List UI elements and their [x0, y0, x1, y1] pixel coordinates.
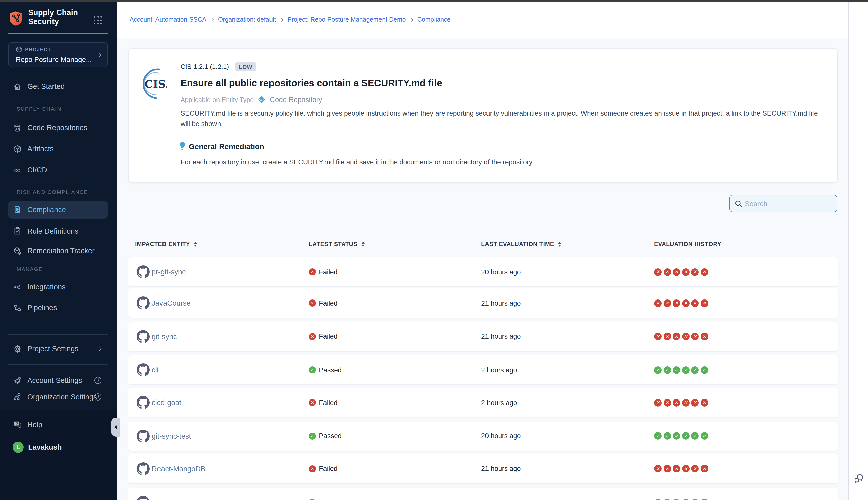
- sidebar-item-project-settings[interactable]: Project Settings: [8, 341, 108, 357]
- chevron-right-icon: [280, 18, 283, 22]
- entity-link[interactable]: React-MongoDB: [152, 465, 206, 473]
- breadcrumb-account[interactable]: Account: Automation-SSCA: [130, 16, 207, 23]
- history-fail-icon: [654, 333, 661, 340]
- module-switcher-grid-icon[interactable]: [94, 16, 103, 25]
- sidebar-item-label: Pipelines: [27, 304, 57, 311]
- remediation-box-icon: [13, 246, 22, 255]
- cis-benchmark-logo: CIS.: [140, 68, 167, 100]
- svg-text:?: ?: [15, 421, 18, 425]
- entity-link[interactable]: cli: [152, 366, 159, 374]
- history-pass-icon: [691, 432, 699, 440]
- user-avatar[interactable]: L: [13, 442, 24, 453]
- sidebar-collapse-handle[interactable]: [111, 418, 120, 437]
- compliance-document-icon: [13, 205, 22, 214]
- sidebar-item-help[interactable]: ? Help: [8, 417, 108, 433]
- failed-icon: [309, 465, 316, 472]
- entity-link[interactable]: git-sync-test: [152, 432, 191, 440]
- history-fail-icon: [691, 268, 699, 276]
- column-header-latest-status[interactable]: LATEST STATUS: [309, 240, 364, 248]
- history-fail-icon: [663, 268, 671, 276]
- column-header-label: EVALUATION HISTORY: [654, 241, 721, 247]
- app-viewport: Supply Chain Security PROJECT Repo Postu…: [0, 0, 868, 500]
- table-row[interactable]: Passed: [128, 488, 837, 500]
- status-cell: Passed: [309, 488, 342, 500]
- passed-icon: [309, 432, 316, 440]
- artifacts-cube-icon: [13, 144, 22, 153]
- entity-link[interactable]: cicd-goat: [152, 398, 181, 407]
- github-icon: [137, 462, 150, 475]
- applicable-entity-row: Applicable on Entity Type </> Code Repos…: [181, 95, 322, 103]
- table-row[interactable]: pr-git-sync Failed 20 hours ago: [128, 257, 837, 286]
- sidebar-item-compliance[interactable]: Compliance: [8, 200, 108, 219]
- info-icon[interactable]: i: [94, 393, 102, 400]
- project-selector[interactable]: PROJECT Repo Posture Manage...: [8, 42, 108, 67]
- history-pass-icon: [673, 432, 680, 440]
- github-icon: [137, 396, 150, 409]
- status-cell: Failed: [309, 322, 338, 351]
- table-row[interactable]: React-MongoDB Failed 21 hours ago: [128, 454, 837, 483]
- info-icon[interactable]: i: [94, 377, 102, 384]
- remediation-header: General Remediation: [179, 141, 264, 151]
- history-cell: [654, 257, 708, 286]
- history-pass-icon: [663, 432, 671, 440]
- sidebar-item-label: Help: [27, 421, 43, 429]
- table-search: [729, 195, 837, 212]
- account-settings-layers-icon: [13, 376, 22, 385]
- breadcrumb-project[interactable]: Project: Repo Posture Management Demo: [287, 16, 406, 23]
- time-cell: 20 hours ago: [481, 257, 521, 286]
- column-header-label: IMPACTED ENTITY: [135, 241, 190, 247]
- table-row[interactable]: JavaCourse Failed 21 hours ago: [128, 288, 837, 318]
- rule-detail-card: CIS. CIS-1.2.1 (1.2.1) LOW Ensure all pu…: [128, 48, 837, 183]
- sidebar-item-account-settings[interactable]: Account Settings i: [8, 372, 108, 388]
- sort-icon[interactable]: [194, 242, 197, 247]
- entity-link[interactable]: JavaCourse: [152, 299, 190, 307]
- user-name[interactable]: Lavakush: [28, 443, 62, 451]
- history-fail-icon: [691, 399, 699, 406]
- sidebar-divider: [8, 364, 108, 365]
- history-fail-icon: [663, 333, 671, 340]
- sidebar-item-label: Artifacts: [27, 145, 54, 153]
- entity-link[interactable]: git-sync: [152, 332, 177, 340]
- column-header-impacted-entity[interactable]: IMPACTED ENTITY: [135, 240, 197, 248]
- sidebar-item-label: Remediation Tracker: [27, 247, 95, 255]
- sort-icon[interactable]: [361, 242, 364, 247]
- breadcrumb-compliance[interactable]: Compliance: [417, 16, 451, 23]
- sidebar-item-cicd[interactable]: ∞ CI/CD: [8, 162, 108, 178]
- gear-icon: [13, 344, 22, 353]
- history-pass-icon: [663, 499, 671, 500]
- sidebar-item-code-repositories[interactable]: Code Repositories: [8, 120, 108, 136]
- sidebar-item-remediation-tracker[interactable]: Remediation Tracker: [8, 243, 108, 259]
- rule-id: CIS-1.2.1 (1.2.1): [181, 63, 229, 70]
- table-row[interactable]: cicd-goat Failed 2 hours ago: [128, 388, 837, 417]
- clipboard-check-icon: [13, 226, 22, 236]
- history-fail-icon: [701, 268, 708, 276]
- history-fail-icon: [654, 268, 661, 276]
- table-row[interactable]: git-sync Failed 21 hours ago: [128, 322, 837, 351]
- sidebar-item-pipelines[interactable]: Pipelines: [8, 299, 108, 316]
- sidebar-item-organization-settings[interactable]: Organization Settings i: [8, 389, 108, 405]
- sidebar-item-artifacts[interactable]: Artifacts: [8, 141, 108, 157]
- history-cell: [654, 421, 708, 451]
- sidebar: Supply Chain Security PROJECT Repo Postu…: [0, 2, 117, 500]
- column-header-last-evaluation-time[interactable]: LAST EVALUATION TIME: [481, 240, 561, 248]
- sidebar-item-label: Project Settings: [27, 345, 78, 353]
- github-icon: [137, 330, 150, 343]
- sidebar-item-rule-definitions[interactable]: Rule Definitions: [8, 223, 108, 239]
- history-pass-icon: [682, 432, 690, 440]
- chevron-right-icon: [410, 18, 413, 22]
- table-row[interactable]: git-sync-test Passed 20 hours ago: [128, 421, 837, 451]
- history-cell: [654, 322, 708, 351]
- entity-cell: pr-git-sync: [137, 257, 186, 286]
- rule-meta-row: CIS-1.2.1 (1.2.1) LOW: [181, 61, 256, 72]
- table-row[interactable]: cli Passed 2 hours ago: [128, 355, 837, 384]
- history-pass-icon: [654, 366, 661, 374]
- chat-support-icon[interactable]: [853, 473, 864, 484]
- status-cell: Failed: [309, 257, 338, 286]
- breadcrumb-organization[interactable]: Organization: default: [218, 16, 276, 23]
- entity-link[interactable]: pr-git-sync: [152, 268, 186, 276]
- search-input[interactable]: [745, 196, 834, 211]
- sort-icon[interactable]: [558, 242, 561, 247]
- history-fail-icon: [654, 399, 661, 406]
- sidebar-item-integrations[interactable]: Integrations: [8, 279, 108, 295]
- sidebar-item-get-started[interactable]: Get Started: [8, 78, 108, 94]
